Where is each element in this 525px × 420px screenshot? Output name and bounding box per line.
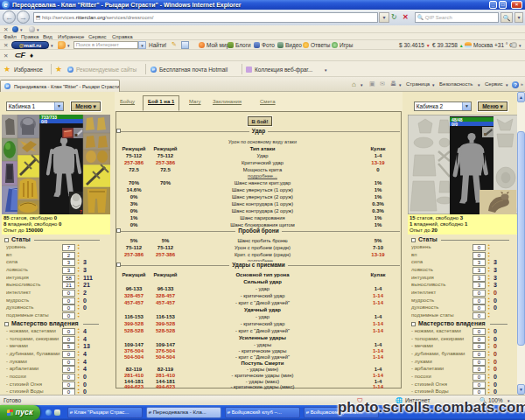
svg-text:0/0: 0/0 [452,122,458,127]
svg-text:0/0: 0/0 [41,119,47,124]
